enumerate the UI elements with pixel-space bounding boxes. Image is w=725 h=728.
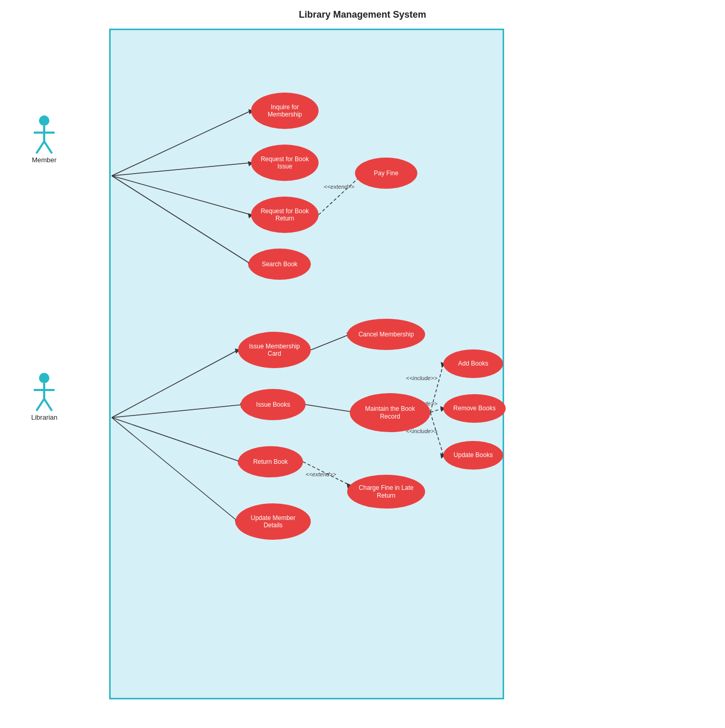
uc-add-books: Add Books <box>443 349 503 378</box>
uc-update-member-details: Update MemberDetails <box>235 503 311 540</box>
diagram-container: <<extend>> <<include>> <<in <box>109 29 504 699</box>
uc-charge-fine: Charge Fine in LateReturn <box>347 475 425 509</box>
svg-line-43 <box>36 399 44 411</box>
svg-text:<<extend>>: <<extend>> <box>324 184 354 190</box>
svg-line-29 <box>430 412 443 455</box>
uc-pay-fine: Pay Fine <box>355 158 417 189</box>
svg-line-13 <box>112 405 243 418</box>
page-title: Library Management System <box>0 0 725 25</box>
svg-point-35 <box>39 115 49 126</box>
svg-line-39 <box>44 141 52 153</box>
svg-line-2 <box>112 163 251 176</box>
svg-text:<<extend>>: <<extend>> <box>306 471 336 477</box>
uc-request-book-return: Request for BookReturn <box>251 197 319 233</box>
svg-line-19 <box>311 334 350 350</box>
librarian-actor: Librarian <box>31 372 58 421</box>
uc-remove-books: Remove Books <box>443 394 506 423</box>
uc-inquire-membership: Inquire forMembership <box>251 93 319 129</box>
svg-line-21 <box>306 405 355 412</box>
svg-line-32 <box>303 462 350 485</box>
uc-maintain-book-record: Maintain the BookRecord <box>350 393 430 432</box>
uc-return-book: Return Book <box>238 446 303 477</box>
member-actor: Member <box>31 114 57 164</box>
svg-line-4 <box>112 176 251 215</box>
svg-line-44 <box>44 399 52 411</box>
svg-line-6 <box>112 176 251 264</box>
uc-cancel-membership: Cancel Membership <box>347 319 425 350</box>
svg-line-11 <box>112 350 238 418</box>
svg-line-15 <box>112 418 241 462</box>
uc-update-books: Update Books <box>443 441 503 470</box>
uc-search-book: Search Book <box>248 249 311 280</box>
librarian-label: Librarian <box>31 413 58 421</box>
svg-line-23 <box>430 364 443 412</box>
svg-point-40 <box>39 373 49 383</box>
uc-request-book-issue: Request for BookIssue <box>251 145 319 181</box>
svg-text:<<include>>: <<include>> <box>406 375 438 381</box>
svg-line-0 <box>112 111 251 176</box>
svg-line-17 <box>112 418 238 522</box>
member-label: Member <box>32 156 57 164</box>
svg-line-26 <box>430 408 443 412</box>
uc-issue-membership-card: Issue MembershipCard <box>238 332 311 368</box>
uc-issue-books: Issue Books <box>241 389 306 420</box>
svg-line-38 <box>36 141 44 153</box>
